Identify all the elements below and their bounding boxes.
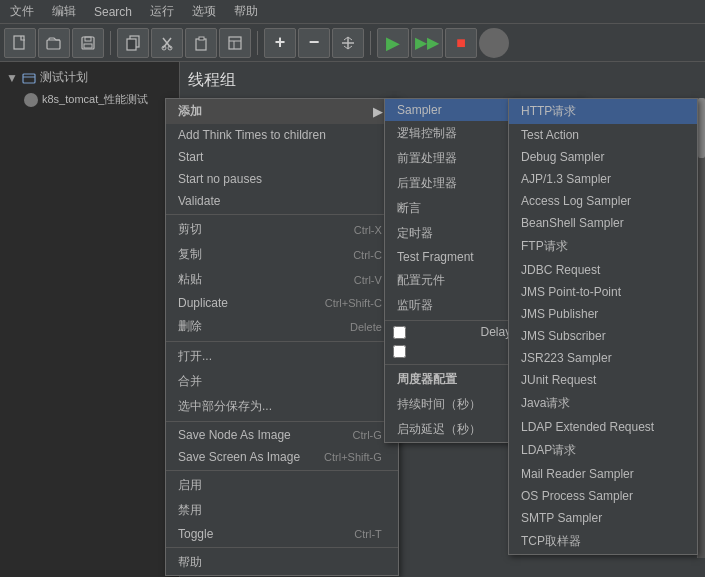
status-circle: [479, 28, 509, 58]
svg-rect-1: [47, 40, 60, 49]
sampler-junit[interactable]: JUnit Request: [509, 369, 697, 391]
svg-rect-18: [23, 74, 35, 83]
sep3: [166, 421, 398, 422]
sampler-menu: HTTP请求 Test Action Debug Sampler AJP/1.3…: [508, 98, 698, 555]
tree-child[interactable]: k8s_tomcat_性能测试: [0, 89, 179, 110]
sampler-jms-p2p[interactable]: JMS Point-to-Point: [509, 281, 697, 303]
sampler-os-process[interactable]: OS Process Sampler: [509, 485, 697, 507]
add-button[interactable]: +: [264, 28, 296, 58]
tree-root[interactable]: ▼ 测试计划: [0, 66, 179, 89]
sampler-mail-reader[interactable]: Mail Reader Sampler: [509, 463, 697, 485]
scheduler-checkbox[interactable]: [393, 345, 406, 358]
menu1-save-sel[interactable]: 选中部分保存为...: [166, 394, 398, 419]
gear-icon: [24, 93, 38, 107]
sep2: [166, 341, 398, 342]
copy-button[interactable]: [117, 28, 149, 58]
context-menu-1: 添加 ▶ Add Think Times to children Start S…: [165, 98, 399, 576]
menu1-arrow: ▶: [373, 105, 382, 119]
menu1-toggle[interactable]: Toggle Ctrl-T: [166, 523, 398, 545]
sep1: [166, 214, 398, 215]
svg-rect-0: [14, 36, 24, 49]
sampler-http[interactable]: HTTP请求: [509, 99, 697, 124]
menu1-cut[interactable]: 剪切 Ctrl-X: [166, 217, 398, 242]
menu-edit[interactable]: 编辑: [46, 1, 82, 22]
menu-options[interactable]: 选项: [186, 1, 222, 22]
menu-file[interactable]: 文件: [4, 1, 40, 22]
sampler-debug[interactable]: Debug Sampler: [509, 146, 697, 168]
sampler-jdbc[interactable]: JDBC Request: [509, 259, 697, 281]
menu-search[interactable]: Search: [88, 3, 138, 21]
toolbar-sep-2: [257, 31, 258, 55]
template-button[interactable]: [219, 28, 251, 58]
svg-rect-11: [196, 39, 206, 50]
menu1-title[interactable]: 添加 ▶: [166, 99, 398, 124]
sep5: [166, 547, 398, 548]
delay-checkbox[interactable]: [393, 326, 406, 339]
sampler-ldap-ext[interactable]: LDAP Extended Request: [509, 416, 697, 438]
sampler-smtp[interactable]: SMTP Sampler: [509, 507, 697, 529]
menu1-save-screen[interactable]: Save Screen As Image Ctrl+Shift-G: [166, 446, 398, 468]
menu1-copy[interactable]: 复制 Ctrl-C: [166, 242, 398, 267]
expand-button[interactable]: [332, 28, 364, 58]
toolbar-sep-1: [110, 31, 111, 55]
sampler-java[interactable]: Java请求: [509, 391, 697, 416]
sampler-scrollbar-thumb[interactable]: [698, 98, 705, 158]
menu1-enable[interactable]: 启用: [166, 473, 398, 498]
toolbar-sep-3: [370, 31, 371, 55]
sampler-jms-pub[interactable]: JMS Publisher: [509, 303, 697, 325]
menu1-merge[interactable]: 合并: [166, 369, 398, 394]
sampler-beanshell[interactable]: BeanShell Sampler: [509, 212, 697, 234]
sampler-ajp[interactable]: AJP/1.3 Sampler: [509, 168, 697, 190]
paste-button[interactable]: [185, 28, 217, 58]
menu1-start[interactable]: Start: [166, 146, 398, 168]
sampler-jms-sub[interactable]: JMS Subscriber: [509, 325, 697, 347]
cut-button[interactable]: [151, 28, 183, 58]
menu-run[interactable]: 运行: [144, 1, 180, 22]
menu-help[interactable]: 帮助: [228, 1, 264, 22]
menu1-help[interactable]: 帮助: [166, 550, 398, 575]
stop-button[interactable]: ■: [445, 28, 477, 58]
open-button[interactable]: [38, 28, 70, 58]
sampler-tcp[interactable]: TCP取样器: [509, 529, 697, 554]
sampler-ldap[interactable]: LDAP请求: [509, 438, 697, 463]
sampler-jsr223[interactable]: JSR223 Sampler: [509, 347, 697, 369]
toolbar: + − ▶ ▶▶ ■: [0, 24, 705, 62]
play-fast-button[interactable]: ▶▶: [411, 28, 443, 58]
menu1-add-think[interactable]: Add Think Times to children: [166, 124, 398, 146]
sampler-test-action[interactable]: Test Action: [509, 124, 697, 146]
section-title: 线程组: [188, 70, 697, 91]
menu1-open[interactable]: 打开...: [166, 344, 398, 369]
menu1-duplicate[interactable]: Duplicate Ctrl+Shift-C: [166, 292, 398, 314]
menu1-save-node[interactable]: Save Node As Image Ctrl-G: [166, 424, 398, 446]
menu1-disable[interactable]: 禁用: [166, 498, 398, 523]
menu1-start-no-pause[interactable]: Start no pauses: [166, 168, 398, 190]
svg-rect-12: [199, 37, 204, 40]
play-button[interactable]: ▶: [377, 28, 409, 58]
menu1-delete[interactable]: 删除 Delete: [166, 314, 398, 339]
tree-panel: ▼ 测试计划 k8s_tomcat_性能测试: [0, 62, 180, 577]
sampler-scrollbar[interactable]: [697, 98, 705, 558]
menu1-validate[interactable]: Validate: [166, 190, 398, 212]
remove-button[interactable]: −: [298, 28, 330, 58]
save-button[interactable]: [72, 28, 104, 58]
tree-root-icon: [22, 71, 36, 85]
svg-rect-6: [127, 39, 136, 50]
menubar: 文件 编辑 Search 运行 选项 帮助: [0, 0, 705, 24]
sep4: [166, 470, 398, 471]
svg-rect-4: [84, 44, 92, 48]
new-button[interactable]: [4, 28, 36, 58]
svg-rect-13: [229, 37, 241, 49]
sampler-access-log[interactable]: Access Log Sampler: [509, 190, 697, 212]
tree-child-label: k8s_tomcat_性能测试: [42, 92, 148, 107]
menu1-paste[interactable]: 粘贴 Ctrl-V: [166, 267, 398, 292]
tree-arrow: ▼: [6, 71, 18, 85]
sampler-ftp[interactable]: FTP请求: [509, 234, 697, 259]
tree-root-label: 测试计划: [40, 69, 88, 86]
